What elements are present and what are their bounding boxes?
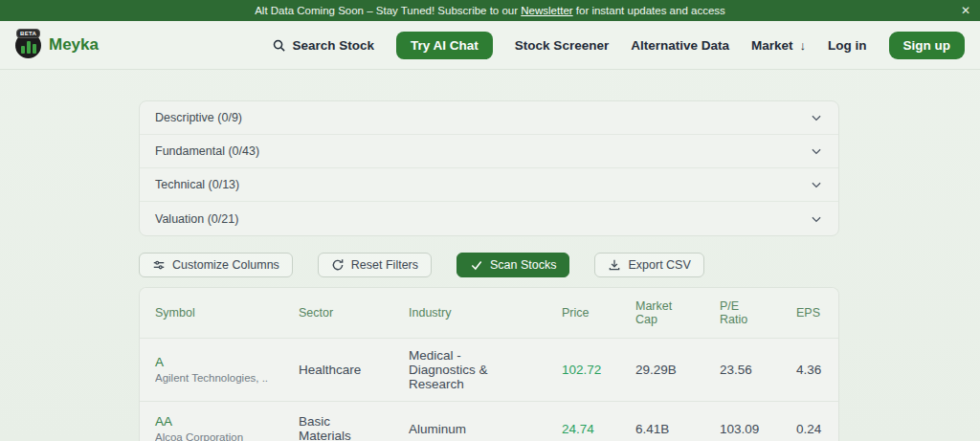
reset-filters-label: Reset Filters — [351, 258, 418, 272]
symbol-link[interactable]: A — [155, 355, 268, 369]
price-cell: 24.74 — [546, 401, 620, 441]
newsletter-link[interactable]: Newsletter — [521, 5, 572, 16]
symbol-link[interactable]: AA — [155, 414, 268, 429]
accordion-fundamental[interactable]: Fundamental (0/43) — [140, 135, 838, 168]
banner-close-icon[interactable]: ✕ — [961, 0, 970, 21]
nav-stock-screener[interactable]: Stock Screener — [515, 38, 609, 53]
industry-cell: Aluminum — [393, 401, 546, 441]
col-header-sector[interactable]: Sector — [283, 288, 393, 338]
chevron-down-icon — [810, 111, 823, 124]
scan-stocks-button[interactable]: Scan Stocks — [457, 253, 569, 277]
sector-cell: Healthcare — [283, 338, 393, 401]
chevron-down-icon — [810, 178, 823, 191]
top-navigation: BETA Meyka Search Stock Try AI Chat Stoc… — [0, 21, 980, 70]
screener-content: Descriptive (0/9) Fundamental (0/43) Tec… — [139, 100, 839, 441]
nav-menu: Search Stock Try AI Chat Stock Screener … — [272, 32, 965, 59]
search-icon — [272, 38, 286, 53]
screener-toolbar: Customize Columns Reset Filters Scan Sto… — [139, 253, 839, 277]
chevron-down-icon — [810, 144, 823, 158]
nav-market-dropdown[interactable]: Market ↓ — [751, 38, 806, 53]
customize-columns-button[interactable]: Customize Columns — [139, 253, 293, 277]
col-header-industry[interactable]: Industry — [393, 288, 546, 338]
meyka-logo-icon: BETA — [15, 33, 41, 58]
results-table-card: Symbol Sector Industry Price Market Cap … — [139, 287, 839, 441]
col-header-pe-ratio[interactable]: P/E Ratio — [704, 288, 781, 338]
company-name: Agilent Technologies, ... — [155, 372, 268, 384]
reset-filters-button[interactable]: Reset Filters — [318, 253, 432, 277]
chevron-down-icon — [810, 212, 823, 226]
refresh-icon — [331, 258, 345, 272]
pe-ratio-cell: 103.09 — [704, 401, 781, 441]
nav-alternative-data[interactable]: Alternative Data — [631, 38, 729, 53]
try-ai-chat-button[interactable]: Try AI Chat — [396, 32, 493, 59]
announcement-text: Alt Data Coming Soon – Stay Tuned! Subsc… — [255, 5, 725, 16]
download-icon — [608, 258, 621, 272]
industry-cell: Medical - Diagnostics & Research — [393, 338, 546, 401]
col-header-eps[interactable]: EPS — [781, 288, 839, 338]
accordion-descriptive-label: Descriptive (0/9) — [155, 111, 242, 124]
check-icon — [470, 258, 483, 272]
sign-up-button[interactable]: Sign up — [889, 32, 966, 59]
company-name: Alcoa Corporation — [155, 431, 268, 441]
beta-badge: BETA — [16, 29, 40, 38]
brand-name: Meyka — [49, 35, 99, 55]
customize-columns-label: Customize Columns — [172, 258, 279, 272]
scan-stocks-label: Scan Stocks — [490, 258, 556, 272]
arrow-down-icon: ↓ — [800, 38, 807, 53]
table-row[interactable]: AA Alcoa Corporation Basic Materials Alu… — [140, 401, 839, 441]
nav-market-label: Market — [751, 38, 793, 53]
market-cap-cell: 29.29B — [620, 338, 704, 401]
accordion-technical-label: Technical (0/13) — [155, 178, 239, 191]
sliders-icon — [152, 258, 166, 272]
pe-ratio-cell: 23.56 — [704, 338, 781, 401]
table-header-row: Symbol Sector Industry Price Market Cap … — [140, 288, 839, 338]
announcement-banner: Alt Data Coming Soon – Stay Tuned! Subsc… — [0, 0, 980, 21]
results-table: Symbol Sector Industry Price Market Cap … — [140, 288, 839, 441]
accordion-fundamental-label: Fundamental (0/43) — [155, 144, 259, 158]
accordion-descriptive[interactable]: Descriptive (0/9) — [140, 101, 838, 135]
col-header-price[interactable]: Price — [546, 288, 620, 338]
accordion-technical[interactable]: Technical (0/13) — [140, 168, 838, 202]
accordion-valuation[interactable]: Valuation (0/21) — [140, 202, 838, 235]
sector-cell: Basic Materials — [283, 401, 393, 441]
export-csv-button[interactable]: Export CSV — [594, 253, 703, 277]
nav-log-in[interactable]: Log in — [828, 38, 867, 53]
table-row[interactable]: A Agilent Technologies, ... Healthcare M… — [140, 338, 839, 401]
accordion-valuation-label: Valuation (0/21) — [155, 212, 238, 226]
price-cell: 102.72 — [546, 338, 620, 401]
col-header-market-cap[interactable]: Market Cap — [620, 288, 704, 338]
nav-search-stock-label: Search Stock — [293, 38, 375, 53]
nav-search-stock[interactable]: Search Stock — [272, 38, 375, 53]
eps-cell: 4.36 — [781, 338, 839, 401]
filter-accordion-card: Descriptive (0/9) Fundamental (0/43) Tec… — [139, 100, 839, 236]
eps-cell: 0.24 — [781, 401, 839, 441]
export-csv-label: Export CSV — [628, 258, 690, 272]
col-header-symbol[interactable]: Symbol — [140, 288, 283, 338]
market-cap-cell: 6.41B — [620, 401, 704, 441]
brand[interactable]: BETA Meyka — [15, 33, 99, 58]
